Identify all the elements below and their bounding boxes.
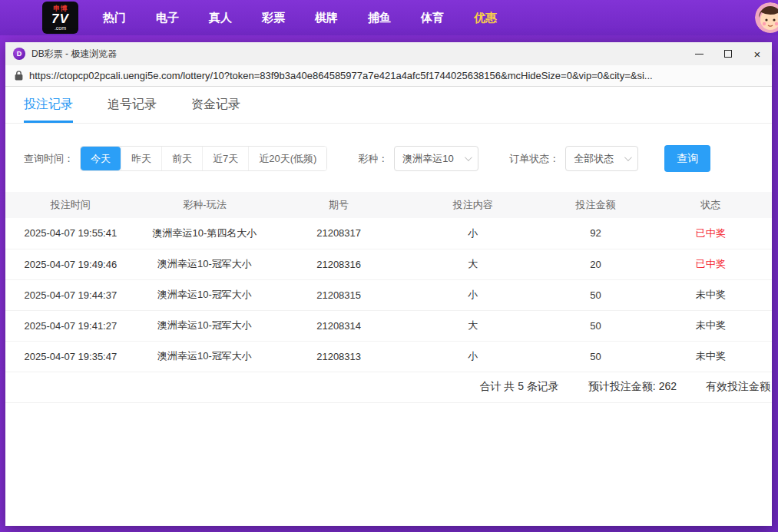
bet-time-cell: 2025-04-07 19:41:27 [5,310,136,341]
close-button[interactable]: × [743,42,772,65]
summary-bar: 合计 共 5 条记录 预计投注金额: 262 有效投注金额 [5,372,772,403]
site-logo[interactable]: 申博 7V .com [42,2,78,34]
logo-bottom-text: .com [55,25,66,31]
time-option-today[interactable]: 今天 [81,147,121,170]
status-filter-label: 订单状态： [509,152,559,166]
search-button[interactable]: 查询 [664,145,710,172]
issue-cell: 21208316 [273,249,404,279]
time-filter-label: 查询时间： [24,152,74,166]
record-tabs: 投注记录 追号记录 资金记录 [5,87,772,124]
time-option-20days[interactable]: 近20天(低频) [248,147,326,170]
lock-icon [15,71,23,81]
url-text: https://ctopcp02pcali.uengi5e.com/lotter… [29,70,653,81]
browser-favicon-icon: D [13,48,25,60]
issue-cell: 21208317 [273,218,404,249]
time-option-group: 今天 昨天 前天 近7天 近20天(低频) [80,146,327,171]
nav-item-slots[interactable]: 电子 [156,11,179,25]
main-nav: 热门 电子 真人 彩票 棋牌 捕鱼 体育 优惠 [103,11,497,25]
status-cell: 未中奖 [649,341,772,372]
lottery-select-value: 澳洲幸运10 [402,152,453,166]
status-cell: 已中奖 [649,218,772,249]
window-controls: × [684,42,772,65]
table-row: 2025-04-07 19:44:37 澳洲幸运10-冠军大小 21208315… [5,279,772,310]
bet-content-cell: 小 [404,341,542,372]
table-row: 2025-04-07 19:49:46 澳洲幸运10-冠军大小 21208316… [5,249,772,279]
time-option-7days[interactable]: 近7天 [202,147,248,170]
table-row: 2025-04-07 19:55:41 澳洲幸运10-第四名大小 2120831… [5,218,772,249]
header-bet-content: 投注内容 [404,192,542,218]
bet-records-table: 投注时间 彩种-玩法 期号 投注内容 投注金额 状态 2025-04-07 19… [5,192,772,372]
nav-item-fishing[interactable]: 捕鱼 [368,11,391,25]
nav-item-promotions[interactable]: 优惠 [474,11,497,25]
nav-item-hot[interactable]: 热门 [103,11,126,25]
maximize-button[interactable] [713,42,743,65]
bet-amount-cell: 50 [542,310,650,341]
chevron-down-icon [465,154,472,161]
filter-bar: 查询时间： 今天 昨天 前天 近7天 近20天(低频) 彩种： 澳洲幸运10 订… [5,145,772,172]
game-play-cell: 澳洲幸运10-冠军大小 [136,310,274,341]
lottery-select[interactable]: 澳洲幸运10 [394,146,478,171]
tab-fund-records[interactable]: 资金记录 [191,87,240,123]
bet-amount-cell: 50 [542,279,650,310]
game-play-cell: 澳洲幸运10-冠军大小 [136,249,274,279]
tab-bet-records[interactable]: 投注记录 [24,87,73,123]
avatar-image [755,2,778,33]
status-cell: 已中奖 [649,249,772,279]
nav-item-sports[interactable]: 体育 [421,11,444,25]
game-play-cell: 澳洲幸运10-冠军大小 [136,341,274,372]
time-option-yesterday[interactable]: 昨天 [121,147,161,170]
summary-valid-amount: 有效投注金额 [706,380,770,394]
bet-amount-cell: 92 [542,218,650,249]
bet-content-cell: 小 [404,218,542,249]
header-game-play: 彩种-玩法 [136,192,274,218]
window-titlebar: D DB彩票 - 极速浏览器 × [5,42,772,65]
tab-chase-records[interactable]: 追号记录 [108,87,157,123]
status-select[interactable]: 全部状态 [565,146,638,171]
chevron-down-icon [624,154,632,161]
bet-time-cell: 2025-04-07 19:49:46 [5,249,136,279]
minimize-icon [695,54,704,55]
page-content: 投注记录 追号记录 资金记录 查询时间： 今天 昨天 前天 近7天 近20天(低… [5,87,772,526]
status-cell: 未中奖 [649,279,772,310]
summary-expected-amount: 预计投注金额: 262 [588,380,677,394]
maximize-icon [724,50,732,58]
bet-content-cell: 大 [404,310,542,341]
table-row: 2025-04-07 19:35:47 澳洲幸运10-冠军大小 21208313… [5,341,772,372]
bet-time-cell: 2025-04-07 19:44:37 [5,279,136,310]
header-status: 状态 [649,192,772,218]
issue-cell: 21208315 [273,279,404,310]
bet-time-cell: 2025-04-07 19:55:41 [5,218,136,249]
lottery-filter-label: 彩种： [358,152,388,166]
table-header-row: 投注时间 彩种-玩法 期号 投注内容 投注金额 状态 [5,192,772,218]
bet-amount-cell: 20 [542,249,650,279]
summary-record-count: 合计 共 5 条记录 [479,380,558,394]
bet-content-cell: 小 [404,279,542,310]
close-icon: × [754,48,761,60]
bet-time-cell: 2025-04-07 19:35:47 [5,341,136,372]
header-issue: 期号 [273,192,404,218]
user-avatar[interactable] [755,2,778,33]
game-play-cell: 澳洲幸运10-第四名大小 [136,218,274,249]
bet-content-cell: 大 [404,249,542,279]
header-bet-amount: 投注金额 [542,192,650,218]
header-bet-time: 投注时间 [5,192,136,218]
issue-cell: 21208313 [273,341,404,372]
browser-window: D DB彩票 - 极速浏览器 × https://ctopcp02pcali.u… [5,42,772,526]
status-select-value: 全部状态 [574,152,614,166]
address-bar[interactable]: https://ctopcp02pcali.uengi5e.com/lotter… [5,65,772,87]
nav-item-live[interactable]: 真人 [209,11,232,25]
table-row: 2025-04-07 19:41:27 澳洲幸运10-冠军大小 21208314… [5,310,772,341]
logo-main-text: 7V [51,12,69,25]
game-play-cell: 澳洲幸运10-冠军大小 [136,279,274,310]
bet-amount-cell: 50 [542,341,650,372]
nav-item-board-games[interactable]: 棋牌 [315,11,338,25]
window-title: DB彩票 - 极速浏览器 [31,48,117,61]
time-option-day-before[interactable]: 前天 [161,147,202,170]
issue-cell: 21208314 [273,310,404,341]
status-cell: 未中奖 [649,310,772,341]
minimize-button[interactable] [684,42,713,65]
top-nav-bar: 申博 7V .com 热门 电子 真人 彩票 棋牌 捕鱼 体育 优惠 [0,0,778,35]
nav-item-lottery[interactable]: 彩票 [262,11,285,25]
